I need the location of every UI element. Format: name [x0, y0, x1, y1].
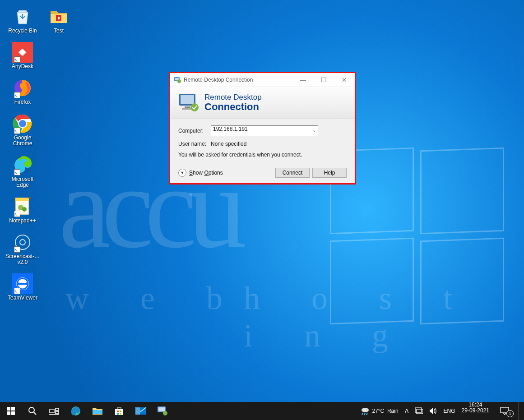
screencast-icon	[12, 232, 33, 253]
recycle-bin-icon	[12, 6, 33, 27]
svg-point-8	[22, 207, 27, 212]
computer-input[interactable]: 192.168.1.191 ⌄	[211, 125, 318, 136]
icon-label: Recycle Bin	[8, 28, 37, 34]
show-options-toggle[interactable]: ▼ Show Options	[178, 169, 223, 177]
window-title: Remote Desktop Connection	[184, 77, 253, 83]
task-view-button[interactable]	[43, 402, 65, 420]
icon-label: AnyDesk	[12, 64, 33, 69]
weather-cond: Rain	[387, 408, 399, 414]
svg-rect-52	[417, 409, 423, 414]
svg-line-9	[29, 197, 32, 198]
window-titlebar[interactable]: Remote Desktop Connection — ☐ ✕	[170, 73, 355, 87]
svg-rect-26	[11, 407, 15, 411]
svg-rect-43	[135, 407, 140, 415]
svg-rect-25	[7, 407, 10, 411]
icon-label: Firefox	[14, 99, 31, 105]
watermark-hosting: h o s t i n g	[244, 280, 524, 355]
search-button[interactable]	[22, 402, 43, 420]
action-center-button[interactable]: 1	[494, 402, 515, 420]
svg-point-11	[20, 240, 25, 245]
svg-rect-22	[185, 106, 190, 108]
icon-label: TeamViewer	[8, 295, 37, 301]
svg-rect-28	[11, 411, 15, 415]
desktop-icon-chrome[interactable]: Google Chrome	[5, 113, 40, 147]
desktop-icon-notepadpp[interactable]: Notepad++	[5, 196, 40, 224]
svg-rect-37	[115, 409, 123, 415]
taskbar-store-icon[interactable]	[108, 402, 130, 420]
svg-line-50	[366, 413, 367, 415]
help-button[interactable]: Help	[312, 168, 347, 178]
taskbar-explorer-icon[interactable]	[87, 402, 108, 420]
remote-desktop-connection-window[interactable]: Remote Desktop Connection — ☐ ✕ Remote D…	[169, 72, 356, 185]
system-tray: 27°C Rain ᐱ ENG 16:24 29-09-2021 1	[358, 402, 524, 420]
banner-line1: Remote Desktop	[204, 93, 262, 102]
taskbar-mail-icon[interactable]	[130, 402, 152, 420]
svg-rect-33	[56, 411, 59, 414]
svg-point-29	[29, 407, 34, 413]
rdc-banner-icon	[177, 92, 199, 114]
computer-value: 192.168.1.191	[213, 126, 248, 132]
desktop-icon-edge[interactable]: Microsoft Edge	[5, 155, 40, 188]
icon-label: Screencast-… v2.0	[5, 254, 40, 265]
svg-rect-38	[117, 411, 119, 412]
desktop-icons-column-1: Recycle Bin AnyDesk Firefox Google Chrom…	[5, 6, 40, 301]
tray-language[interactable]: ENG	[442, 402, 457, 420]
watermark-web: w e b	[65, 280, 244, 317]
tray-overflow-button[interactable]: ᐱ	[403, 402, 410, 420]
username-label: User name:	[178, 141, 211, 147]
svg-rect-16	[58, 17, 60, 19]
icon-label: Microsoft Edge	[5, 176, 40, 188]
icon-label: Google Chrome	[5, 135, 40, 147]
chrome-icon	[12, 113, 33, 134]
desktop-icon-firefox[interactable]: Firefox	[5, 78, 40, 105]
rdc-title-icon	[174, 76, 181, 83]
desktop-icon-anydesk[interactable]: AnyDesk	[5, 42, 40, 69]
svg-rect-39	[120, 411, 121, 412]
connect-button[interactable]: Connect	[275, 168, 310, 178]
svg-rect-21	[181, 95, 194, 104]
minimize-button[interactable]: —	[292, 73, 313, 87]
close-button[interactable]: ✕	[334, 73, 355, 87]
tray-project-icon[interactable]	[413, 402, 425, 420]
chevron-down-icon: ▼	[178, 169, 186, 177]
computer-label: Computer:	[178, 128, 211, 134]
taskbar[interactable]: 27°C Rain ᐱ ENG 16:24 29-09-2021 1	[0, 402, 524, 420]
svg-line-30	[34, 412, 36, 415]
rdc-body: Computer: 192.168.1.191 ⌄ User name: Non…	[170, 119, 355, 183]
notepadpp-icon	[12, 196, 33, 217]
icon-label: Notepad++	[9, 218, 36, 224]
svg-line-48	[362, 413, 363, 415]
start-button[interactable]	[0, 402, 22, 420]
edge-icon	[12, 155, 33, 175]
svg-point-46	[163, 411, 167, 415]
svg-point-10	[15, 235, 30, 249]
svg-rect-41	[120, 413, 121, 415]
svg-rect-14	[19, 283, 26, 285]
desktop[interactable]: accu w e b h o s t i n g Recycle Bin Any…	[0, 0, 524, 420]
windows-logo-watermark	[330, 149, 506, 325]
tray-clock[interactable]: 16:24 29-09-2021	[460, 402, 491, 420]
svg-rect-6	[15, 198, 29, 201]
weather-widget[interactable]: 27°C Rain	[358, 402, 400, 420]
icon-label: Test	[54, 28, 64, 34]
svg-rect-36	[93, 410, 102, 414]
chevron-down-icon: ⌄	[312, 128, 316, 133]
show-desktop-button[interactable]	[518, 402, 521, 420]
tray-volume-icon[interactable]	[427, 402, 439, 420]
maximize-button[interactable]: ☐	[313, 73, 334, 87]
taskbar-edge-icon[interactable]	[65, 402, 87, 420]
folder-icon	[48, 6, 69, 27]
svg-rect-32	[56, 408, 59, 411]
username-value: None specified	[211, 141, 246, 147]
svg-rect-51	[415, 408, 422, 412]
svg-rect-45	[158, 407, 165, 411]
desktop-icon-screencast[interactable]: Screencast-… v2.0	[5, 232, 40, 265]
show-options-label: Show Options	[189, 170, 223, 176]
svg-point-47	[362, 408, 369, 412]
desktop-icon-teamviewer[interactable]: TeamViewer	[5, 273, 40, 301]
taskbar-rdc-icon[interactable]	[152, 402, 173, 420]
desktop-icon-test-folder[interactable]: Test	[42, 6, 76, 34]
desktop-icon-recycle-bin[interactable]: Recycle Bin	[5, 6, 40, 34]
clock-date: 29-09-2021	[462, 408, 489, 414]
rdc-banner: Remote Desktop Connection	[170, 87, 355, 119]
